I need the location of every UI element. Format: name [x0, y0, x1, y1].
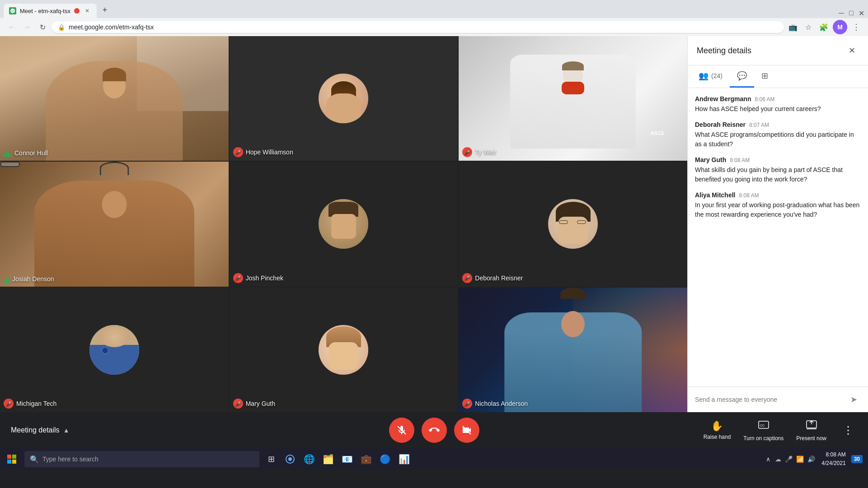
message-text-0: How has ASCE helped your current careers…: [695, 104, 861, 114]
meeting-info-section: Meeting details ▲: [11, 426, 69, 434]
participant-name-nicholas-anderson: 🎤 Nicholas Anderson: [462, 399, 528, 409]
lock-icon: 🔒: [58, 24, 65, 31]
svg-rect-11: [7, 460, 11, 464]
raise-hand-button[interactable]: ✋ Raise hand: [704, 420, 731, 440]
sidebar-tabs: 👥 (24) 💬 ⊞: [688, 65, 868, 88]
svg-text:M: M: [11, 9, 14, 13]
clock-date: 4/24/2021: [821, 459, 845, 468]
window-controls: ─ □ ✕: [838, 10, 864, 16]
recording-indicator: [74, 8, 80, 14]
present-now-icon: [806, 419, 817, 433]
message-time-3: 8:08 AM: [739, 192, 759, 199]
bookmark-button[interactable]: ☆: [802, 21, 815, 33]
raise-hand-label: Raise hand: [704, 434, 731, 440]
nav-bar: ← → ↻ 🔒 meet.google.com/etm-xafq-tsx 📺 ☆…: [0, 18, 868, 36]
extensions-button[interactable]: 🧩: [817, 21, 830, 33]
message-time-1: 8:07 AM: [749, 122, 769, 128]
sidebar-header: Meeting details ✕: [688, 36, 868, 65]
message-sender-2: Mary Guth: [695, 156, 726, 163]
participant-name-ty-weir: 🎤 Ty Weir: [462, 147, 496, 157]
mute-badge-michigan: 🎤: [4, 399, 14, 409]
tray-show-hidden[interactable]: ∧: [764, 455, 772, 464]
participant-name-deborah-reisner: 🎤 Deborah Reisner: [462, 273, 523, 283]
svg-rect-9: [7, 455, 11, 459]
tray-icon-network: 📶: [795, 455, 805, 464]
more-options-button[interactable]: ⋮: [839, 421, 857, 439]
participant-name-michigan-tech: 🎤 Michigan Tech: [4, 399, 56, 409]
video-cell-deborah-reisner: 🎤 Deborah Reisner: [459, 162, 687, 286]
tray-icon-onedrive: ☁: [774, 455, 782, 464]
svg-text:CC: CC: [760, 424, 765, 427]
captions-button[interactable]: CC Turn on captions: [743, 419, 784, 442]
end-call-button[interactable]: [422, 418, 447, 443]
menu-button[interactable]: ⋮: [850, 21, 863, 33]
clock-display[interactable]: 8:08 AM 4/24/2021: [818, 451, 849, 468]
taskbar-app-teams[interactable]: 💼: [357, 450, 375, 468]
cortana-button[interactable]: [281, 450, 299, 468]
message-text-2: What skills did you gain by being a part…: [695, 165, 861, 184]
send-button[interactable]: ➤: [846, 392, 861, 407]
forward-button[interactable]: →: [21, 21, 33, 33]
tab-chat[interactable]: 💬: [730, 65, 754, 88]
participant-name-josh-pinchek: 🎤 Josh Pinchek: [233, 273, 283, 283]
video-cell-ty-weir: ASCE 🎤 Ty Weir: [459, 36, 687, 161]
start-button[interactable]: [2, 449, 22, 469]
sidebar-title: Meeting details: [697, 46, 751, 56]
minimize-button[interactable]: ─: [838, 10, 845, 16]
meeting-details-label: Meeting details: [11, 426, 60, 434]
sidebar-close-button[interactable]: ✕: [845, 43, 859, 58]
mute-badge-ty: 🎤: [462, 147, 472, 157]
video-cell-connor-hull: Connor Hull: [0, 36, 229, 161]
raise-hand-icon: ✋: [711, 420, 723, 432]
tray-icon-mic: 🎤: [784, 455, 793, 464]
chat-input-area: ➤: [688, 386, 868, 412]
mute-badge-nicholas: 🎤: [462, 399, 472, 409]
video-grid: Connor Hull 🎤 Hope Williamson: [0, 36, 687, 412]
chat-input[interactable]: [695, 396, 843, 403]
restore-button[interactable]: □: [848, 10, 854, 16]
video-cell-nicholas-anderson: 🎤 Nicholas Anderson: [459, 288, 687, 412]
tab-close-button[interactable]: ✕: [83, 7, 91, 15]
message-time-0: 8:06 AM: [755, 96, 774, 102]
video-cell-josh-pinchek: 🎤 Josh Pinchek: [230, 162, 458, 286]
cast-button[interactable]: 📺: [787, 21, 799, 33]
taskbar-search-bar[interactable]: 🔍 Type here to search: [24, 451, 259, 467]
tab-present[interactable]: ⊞: [754, 65, 775, 88]
camera-button[interactable]: [454, 418, 479, 443]
back-button[interactable]: ←: [5, 21, 18, 33]
taskbar-app-explorer[interactable]: 🗂️: [319, 450, 337, 468]
people-count: (24): [711, 72, 723, 79]
taskbar-app-excel[interactable]: 📊: [395, 450, 413, 468]
present-icon: ⊞: [761, 71, 768, 81]
participant-name-josiah-denson: Josiah Denson: [4, 275, 54, 283]
tab-people[interactable]: 👥 (24): [691, 65, 730, 88]
mute-button[interactable]: [389, 418, 414, 443]
close-button[interactable]: ✕: [858, 10, 864, 16]
taskbar-app-outlook[interactable]: 📧: [338, 450, 356, 468]
chat-message-3: Aliya Mitchell 8:08 AM In your first yea…: [695, 191, 861, 219]
taskbar-app-edge[interactable]: 🌐: [300, 450, 318, 468]
address-bar[interactable]: 🔒 meet.google.com/etm-xafq-tsx: [52, 21, 784, 33]
chat-message-2: Mary Guth 8:08 AM What skills did you ga…: [695, 156, 861, 184]
chat-message-1: Deborah Reisner 8:07 AM What ASCE progra…: [695, 121, 861, 149]
refresh-button[interactable]: ↻: [36, 21, 49, 33]
notification-button[interactable]: 30: [851, 455, 863, 463]
new-tab-button[interactable]: +: [99, 4, 111, 16]
system-tray: ∧ ☁ 🎤 📶 🔊 8:08 AM 4/24/2021 30: [760, 451, 866, 468]
windows-taskbar: 🔍 Type here to search ⊞ 🌐 🗂️ 📧 💼 🔵 📊 ∧ ☁…: [0, 448, 868, 470]
taskbar-app-chrome[interactable]: 🔵: [376, 450, 394, 468]
active-tab[interactable]: M Meet - etm-xafq-tsx ✕: [4, 4, 97, 18]
mute-badge-hope: 🎤: [233, 147, 243, 157]
center-controls: [389, 418, 479, 443]
people-icon: 👥: [699, 71, 708, 81]
present-now-button[interactable]: Present now: [796, 419, 826, 442]
message-sender-3: Aliya Mitchell: [695, 191, 735, 199]
profile-button[interactable]: M: [833, 20, 847, 34]
message-text-1: What ASCE programs/competitions did you …: [695, 130, 861, 149]
svg-rect-12: [12, 460, 16, 464]
present-now-label: Present now: [796, 435, 826, 442]
tab-title: Meet - etm-xafq-tsx: [20, 8, 70, 14]
mute-badge-josh: 🎤: [233, 273, 243, 283]
right-controls: ✋ Raise hand CC Turn on captions Present…: [704, 419, 857, 442]
task-view-button[interactable]: ⊞: [262, 450, 280, 468]
